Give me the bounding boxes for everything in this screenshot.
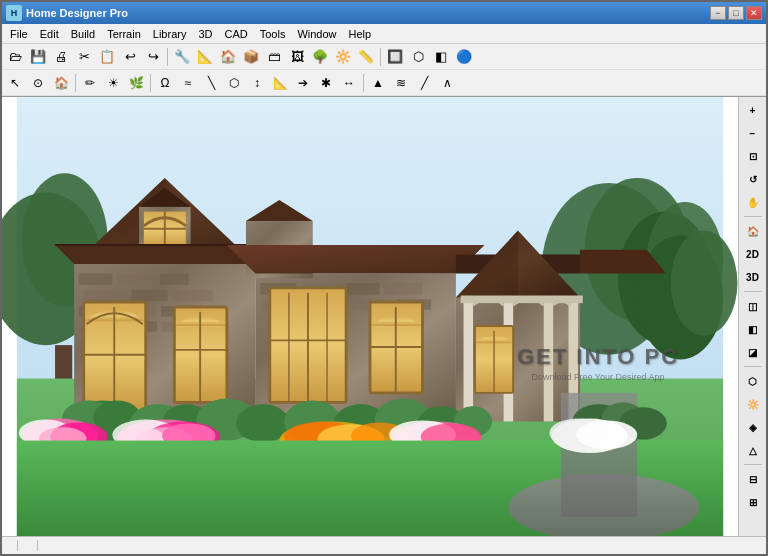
toolbar2-btn-5[interactable]: ☀ — [102, 72, 124, 94]
svg-rect-17 — [172, 290, 212, 301]
menu-item-cad[interactable]: CAD — [218, 26, 253, 42]
main-content: GET INTO PC Download Free Your Desired A… — [2, 97, 766, 536]
right-toolbar-btn-1[interactable]: − — [742, 122, 764, 144]
menu-bar: FileEditBuildTerrainLibrary3DCADToolsWin… — [2, 24, 766, 44]
right-toolbar-separator — [744, 291, 762, 292]
title-bar-left: H Home Designer Pro — [6, 5, 128, 21]
toolbar1-btn-16[interactable]: 📏 — [355, 46, 377, 68]
window-controls: − □ ✕ — [710, 6, 762, 20]
right-toolbar-btn-4[interactable]: ✋ — [742, 191, 764, 213]
toolbar2-btn-16[interactable]: ↔ — [338, 72, 360, 94]
right-toolbar-btn-17[interactable]: △ — [742, 439, 764, 461]
toolbar1-btn-21[interactable]: 🔵 — [453, 46, 475, 68]
right-toolbar-btn-3[interactable]: ↺ — [742, 168, 764, 190]
toolbar-separator — [363, 74, 364, 92]
menu-item-edit[interactable]: Edit — [34, 26, 65, 42]
toolbar2-btn-8[interactable]: Ω — [154, 72, 176, 94]
right-toolbar: +−⊡↺✋🏠2D3D◫◧◪⬡🔆◈△⊟⊞ — [738, 97, 766, 536]
right-toolbar-btn-6[interactable]: 🏠 — [742, 220, 764, 242]
right-toolbar-btn-7[interactable]: 2D — [742, 243, 764, 265]
toolbar1-btn-2[interactable]: 🖨 — [50, 46, 72, 68]
menu-item-window[interactable]: Window — [291, 26, 342, 42]
toolbar-separator — [75, 74, 76, 92]
toolbar2-btn-15[interactable]: ✱ — [315, 72, 337, 94]
menu-item-tools[interactable]: Tools — [254, 26, 292, 42]
toolbar2-btn-2[interactable]: 🏠 — [50, 72, 72, 94]
toolbar2-btn-14[interactable]: ➔ — [292, 72, 314, 94]
right-toolbar-btn-10[interactable]: ◫ — [742, 295, 764, 317]
toolbar-separator — [150, 74, 151, 92]
svg-point-115 — [576, 421, 637, 450]
svg-rect-28 — [384, 283, 422, 294]
right-toolbar-btn-20[interactable]: ⊞ — [742, 491, 764, 513]
toolbar1-btn-6[interactable]: ↪ — [142, 46, 164, 68]
svg-marker-45 — [227, 245, 485, 274]
toolbar2-btn-11[interactable]: ⬡ — [223, 72, 245, 94]
right-toolbar-separator — [744, 464, 762, 465]
toolbar1-btn-10[interactable]: 🏠 — [217, 46, 239, 68]
toolbar1-btn-14[interactable]: 🌳 — [309, 46, 331, 68]
menu-item-file[interactable]: File — [4, 26, 34, 42]
right-toolbar-btn-11[interactable]: ◧ — [742, 318, 764, 340]
minimize-button[interactable]: − — [710, 6, 726, 20]
close-button[interactable]: ✕ — [746, 6, 762, 20]
toolbar2-btn-1[interactable]: ⊙ — [27, 72, 49, 94]
svg-rect-51 — [544, 297, 554, 421]
right-toolbar-btn-15[interactable]: 🔆 — [742, 393, 764, 415]
toolbar1-btn-4[interactable]: 📋 — [96, 46, 118, 68]
toolbar1-btn-9[interactable]: 📐 — [194, 46, 216, 68]
restore-button[interactable]: □ — [728, 6, 744, 20]
menu-item-build[interactable]: Build — [65, 26, 101, 42]
menu-item-help[interactable]: Help — [343, 26, 378, 42]
menu-item-library[interactable]: Library — [147, 26, 193, 42]
toolbar1-btn-5[interactable]: ↩ — [119, 46, 141, 68]
toolbar2-btn-9[interactable]: ≈ — [177, 72, 199, 94]
canvas-area[interactable]: GET INTO PC Download Free Your Desired A… — [2, 97, 738, 536]
toolbar1-btn-20[interactable]: ◧ — [430, 46, 452, 68]
toolbar1-btn-19[interactable]: ⬡ — [407, 46, 429, 68]
right-toolbar-separator — [744, 216, 762, 217]
toolbar2-btn-4[interactable]: ✏ — [79, 72, 101, 94]
toolbar2-btn-10[interactable]: ╲ — [200, 72, 222, 94]
house-render-svg — [2, 97, 738, 536]
toolbar1-btn-13[interactable]: 🖼 — [286, 46, 308, 68]
right-toolbar-btn-14[interactable]: ⬡ — [742, 370, 764, 392]
right-toolbar-btn-0[interactable]: + — [742, 99, 764, 121]
status-section-1 — [6, 540, 18, 551]
right-toolbar-btn-12[interactable]: ◪ — [742, 341, 764, 363]
toolbar2-btn-19[interactable]: ≋ — [390, 72, 412, 94]
toolbar2-btn-13[interactable]: 📐 — [269, 72, 291, 94]
app-window: H Home Designer Pro − □ ✕ FileEditBuildT… — [0, 0, 768, 556]
toolbar1-btn-12[interactable]: 🗃 — [263, 46, 285, 68]
toolbar2-btn-20[interactable]: ╱ — [413, 72, 435, 94]
status-section-3 — [46, 540, 49, 551]
toolbar1-btn-0[interactable]: 🗁 — [4, 46, 26, 68]
toolbar-separator — [167, 48, 168, 66]
toolbar2-btn-18[interactable]: ▲ — [367, 72, 389, 94]
status-bar — [2, 536, 766, 554]
menu-item-terrain[interactable]: Terrain — [101, 26, 147, 42]
toolbar2-btn-12[interactable]: ↕ — [246, 72, 268, 94]
toolbar2-btn-21[interactable]: ∧ — [436, 72, 458, 94]
svg-rect-12 — [79, 274, 112, 285]
toolbar-row1: 🗁💾🖨✂📋↩↪🔧📐🏠📦🗃🖼🌳🔆📏🔲⬡◧🔵 — [2, 44, 766, 70]
status-section-2 — [26, 540, 38, 551]
toolbar-separator — [380, 48, 381, 66]
right-toolbar-btn-8[interactable]: 3D — [742, 266, 764, 288]
svg-rect-27 — [346, 283, 379, 294]
svg-rect-49 — [464, 297, 474, 421]
menu-item-3d[interactable]: 3D — [192, 26, 218, 42]
toolbar1-btn-8[interactable]: 🔧 — [171, 46, 193, 68]
svg-rect-13 — [117, 274, 155, 285]
toolbar1-btn-3[interactable]: ✂ — [73, 46, 95, 68]
toolbar1-btn-1[interactable]: 💾 — [27, 46, 49, 68]
toolbar1-btn-11[interactable]: 📦 — [240, 46, 262, 68]
right-toolbar-btn-16[interactable]: ◈ — [742, 416, 764, 438]
toolbar1-btn-18[interactable]: 🔲 — [384, 46, 406, 68]
toolbar2-btn-6[interactable]: 🌿 — [125, 72, 147, 94]
right-toolbar-btn-2[interactable]: ⊡ — [742, 145, 764, 167]
toolbar2-btn-0[interactable]: ↖ — [4, 72, 26, 94]
right-toolbar-btn-19[interactable]: ⊟ — [742, 468, 764, 490]
svg-rect-14 — [160, 274, 189, 285]
toolbar1-btn-15[interactable]: 🔆 — [332, 46, 354, 68]
